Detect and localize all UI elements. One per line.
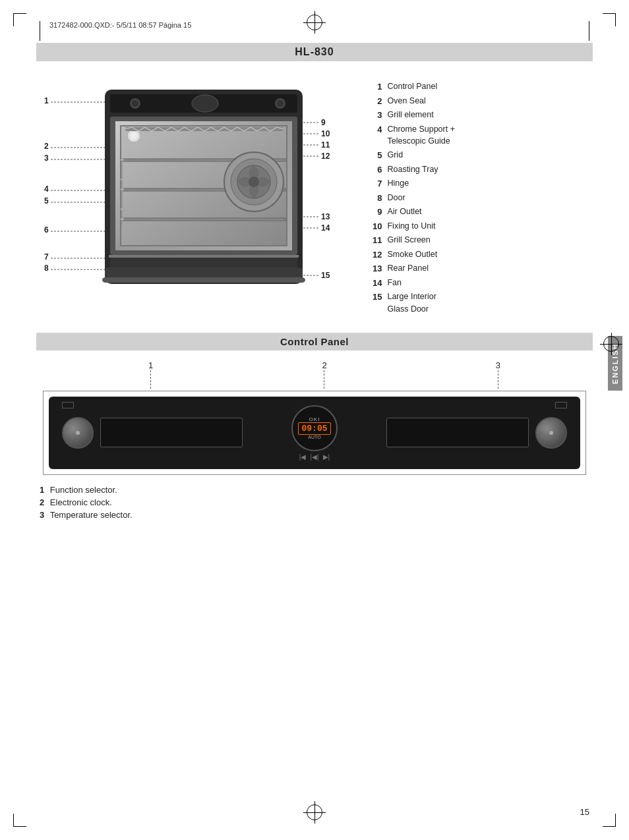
svg-text:15: 15 <box>321 271 330 280</box>
label-num-12: 12 <box>373 248 387 262</box>
cp-center-section: OKI 09:05 AUTO |◀ |◀| ▶| <box>243 405 387 461</box>
top-registration-mark <box>307 14 322 30</box>
control-num-2: 2 <box>322 360 326 389</box>
label-num-11: 11 <box>373 233 387 248</box>
label-desc-5: Grid <box>387 148 454 163</box>
table-row: 10 Fixing to Unit <box>373 219 455 234</box>
clock-label-top: OKI <box>309 416 320 422</box>
corner-mark-tl <box>13 13 26 26</box>
table-row: 2 Oven Seal <box>373 94 455 109</box>
oven-title: HL-830 <box>36 43 593 61</box>
svg-rect-46 <box>121 188 124 190</box>
label-num-3: 3 <box>373 108 387 123</box>
label-4: 4 <box>44 184 49 194</box>
label-3: 3 <box>44 154 49 163</box>
indicator-right <box>555 402 567 408</box>
control-panel-box: OKI 09:05 AUTO |◀ |◀| ▶| <box>43 391 586 475</box>
label-desc-11: Grill Screen <box>387 233 454 248</box>
svg-rect-51 <box>102 277 305 283</box>
main-content: HL-830 1 2 3 4 5 6 <box>36 43 593 522</box>
table-row: 11 Grill Screen <box>373 233 455 248</box>
control-item-2: 2 Electronic clock. <box>40 497 593 507</box>
svg-rect-52 <box>109 255 299 258</box>
label-num-2: 2 <box>373 94 387 109</box>
table-row: 15 Large InteriorGlass Door <box>373 290 455 316</box>
control-num-1: 1 <box>148 360 153 389</box>
table-row: 7 Hinge <box>373 177 455 191</box>
label-desc-10: Fixing to Unit <box>387 219 454 234</box>
svg-text:12: 12 <box>321 152 330 161</box>
corner-mark-br <box>603 814 616 827</box>
table-row: 6 Roasting Tray <box>373 163 455 177</box>
label-num-1: 1 <box>373 80 387 94</box>
table-row: 14 Fan <box>373 276 455 291</box>
label-1: 1 <box>44 96 49 105</box>
control-panel-inner: OKI 09:05 AUTO |◀ |◀| ▶| <box>49 397 580 469</box>
label-desc-4: Chrome Support +Telescopic Guide <box>387 123 454 149</box>
label-desc-6: Roasting Tray <box>387 163 454 177</box>
svg-text:10: 10 <box>321 129 330 138</box>
svg-point-26 <box>192 95 218 112</box>
cp-left-section <box>62 417 243 449</box>
top-right-line <box>589 21 589 41</box>
svg-rect-45 <box>121 179 124 181</box>
right-registration-mark <box>603 336 619 352</box>
svg-point-34 <box>130 132 138 140</box>
label-num-4: 4 <box>373 123 387 149</box>
right-display <box>386 418 529 447</box>
table-row: 9 Air Outlet <box>373 205 455 219</box>
corner-mark-tr <box>603 13 616 26</box>
label-6: 6 <box>44 225 49 235</box>
svg-point-28 <box>277 100 284 107</box>
label-num-14: 14 <box>373 276 387 291</box>
label-2: 2 <box>44 142 49 151</box>
table-row: 12 Smoke Outlet <box>373 248 455 262</box>
bottom-registration-mark <box>307 804 322 820</box>
label-num-6: 6 <box>373 163 387 177</box>
label-5: 5 <box>44 196 49 206</box>
table-row: 5 Grid <box>373 148 455 163</box>
svg-point-41 <box>249 177 259 187</box>
label-desc-8: Door <box>387 191 454 206</box>
label-num-5: 5 <box>373 148 387 163</box>
clock-btn-2[interactable]: |◀| <box>310 453 318 461</box>
label-desc-9: Air Outlet <box>387 205 454 219</box>
oven-diagram-area: 1 2 3 4 5 6 7 8 <box>36 73 359 277</box>
svg-rect-37 <box>122 218 285 221</box>
function-selector-knob[interactable] <box>62 417 94 449</box>
label-desc-15: Large InteriorGlass Door <box>387 290 454 316</box>
svg-text:14: 14 <box>321 223 330 233</box>
control-num-3: 3 <box>496 360 500 389</box>
control-number-row: 1 2 3 <box>43 360 586 389</box>
table-row: 1 Control Panel <box>373 80 455 94</box>
svg-rect-48 <box>121 218 124 220</box>
label-desc-3: Grill element <box>387 108 454 123</box>
clock-time: 09:05 <box>298 422 330 435</box>
label-7: 7 <box>44 252 49 262</box>
label-desc-13: Rear Panel <box>387 262 454 276</box>
label-num-13: 13 <box>373 262 387 276</box>
page-number: 15 <box>580 807 589 817</box>
label-num-9: 9 <box>373 205 387 219</box>
clock-btn-3[interactable]: ▶| <box>323 453 330 461</box>
table-row: 3 Grill element <box>373 108 455 123</box>
left-display <box>100 418 243 447</box>
label-num-7: 7 <box>373 177 387 191</box>
label-desc-12: Smoke Outlet <box>387 248 454 262</box>
label-num-8: 8 <box>373 191 387 206</box>
label-desc-7: Hinge <box>387 177 454 191</box>
corner-mark-bl <box>13 814 26 827</box>
clock-display: OKI 09:05 AUTO <box>291 405 338 451</box>
indicator-left <box>62 402 74 408</box>
top-left-line <box>40 21 40 41</box>
control-diagram-area: 1 2 3 <box>43 360 586 475</box>
svg-rect-47 <box>121 208 124 210</box>
oven-section: 1 2 3 4 5 6 7 8 <box>36 73 593 316</box>
clock-buttons: |◀ |◀| ▶| <box>299 453 330 461</box>
label-num-10: 10 <box>373 219 387 234</box>
cp-right-section <box>386 417 567 449</box>
label-desc-14: Fan <box>387 276 454 291</box>
clock-btn-1[interactable]: |◀ <box>299 453 307 461</box>
svg-text:13: 13 <box>321 212 330 221</box>
temperature-selector-knob[interactable] <box>535 417 567 449</box>
